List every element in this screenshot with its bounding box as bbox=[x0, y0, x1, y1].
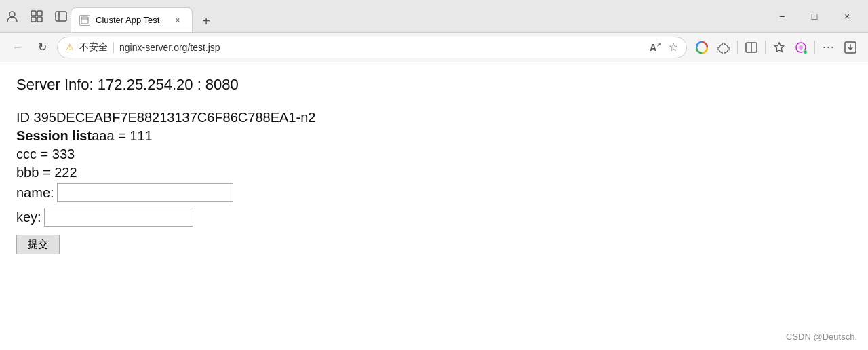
titlebar-window-controls: − □ × bbox=[766, 5, 863, 27]
watermark: CSDN @Deutsch. bbox=[786, 332, 857, 342]
copilot-icon[interactable] bbox=[791, 38, 810, 57]
session-id: ID 395DECEABF7E88213137C6F86C788EA1-n2 bbox=[16, 110, 852, 125]
security-text: 不安全 bbox=[79, 41, 108, 54]
titlebar-left bbox=[5, 9, 68, 23]
navbar: ← ↻ ⚠ 不安全 nginx-server.org/test.jsp A↗ ☆ bbox=[0, 33, 868, 62]
tab-favicon bbox=[79, 15, 90, 26]
session-list-value: aaa = 111 bbox=[92, 128, 153, 143]
tab-title: Cluster App Test bbox=[96, 15, 166, 25]
key-row: key: bbox=[16, 208, 852, 227]
nav-right-icons: ··· bbox=[692, 38, 860, 57]
nav-divider-1 bbox=[737, 41, 738, 54]
svg-rect-7 bbox=[81, 17, 88, 24]
downloads-button[interactable] bbox=[841, 38, 860, 57]
read-aloud-icon[interactable]: A↗ bbox=[650, 41, 662, 53]
more-options-button[interactable]: ··· bbox=[819, 38, 838, 57]
page-content: Server Info: 172.25.254.20 : 8080 ID 395… bbox=[0, 62, 868, 350]
nav-divider-3 bbox=[814, 41, 815, 54]
svg-rect-3 bbox=[31, 17, 36, 22]
name-input[interactable] bbox=[57, 183, 233, 202]
svg-rect-1 bbox=[31, 11, 36, 16]
svg-point-0 bbox=[9, 12, 15, 17]
key-input[interactable] bbox=[44, 208, 193, 227]
close-window-button[interactable]: × bbox=[831, 5, 863, 27]
sidebar-icon[interactable] bbox=[54, 9, 68, 23]
collections-icon[interactable] bbox=[30, 9, 43, 23]
split-screen-icon[interactable] bbox=[742, 38, 761, 57]
back-button[interactable]: ← bbox=[8, 38, 27, 57]
profile-icon[interactable] bbox=[5, 9, 19, 23]
favorites-icon[interactable]: ☆ bbox=[669, 41, 678, 54]
minimize-button[interactable]: − bbox=[766, 5, 797, 27]
session-list-line: Session listaaa = 111 bbox=[16, 128, 852, 144]
tab-area: Cluster App Test × + bbox=[71, 0, 764, 32]
security-warning-icon: ⚠ bbox=[66, 42, 74, 52]
session-list-label: Session list bbox=[16, 128, 92, 143]
copilot-active-indicator bbox=[803, 50, 808, 54]
new-tab-button[interactable]: + bbox=[195, 10, 217, 32]
refresh-button[interactable]: ↻ bbox=[33, 38, 52, 57]
address-bar[interactable]: ⚠ 不安全 nginx-server.org/test.jsp A↗ ☆ bbox=[57, 37, 687, 58]
ccc-line: ccc = 333 bbox=[16, 147, 852, 162]
extensions-icon[interactable] bbox=[714, 38, 733, 57]
key-label: key: bbox=[16, 210, 41, 225]
svg-rect-4 bbox=[37, 17, 42, 22]
address-text: nginx-server.org/test.jsp bbox=[119, 42, 644, 53]
active-tab[interactable]: Cluster App Test × bbox=[71, 7, 193, 32]
name-row: name: bbox=[16, 183, 852, 202]
titlebar: Cluster App Test × + − □ × bbox=[0, 0, 868, 33]
bbb-line: bbb = 222 bbox=[16, 165, 852, 180]
google-icon[interactable] bbox=[692, 38, 711, 57]
tab-close-button[interactable]: × bbox=[172, 14, 184, 26]
favorites-bar-icon[interactable] bbox=[770, 38, 789, 57]
server-info: Server Info: 172.25.254.20 : 8080 bbox=[16, 76, 852, 94]
svg-rect-5 bbox=[56, 12, 66, 21]
address-divider bbox=[113, 42, 114, 53]
submit-button[interactable]: 提交 bbox=[16, 235, 60, 254]
address-right-icons: A↗ ☆ bbox=[650, 41, 678, 54]
nav-divider-2 bbox=[765, 41, 766, 54]
ellipsis-icon: ··· bbox=[823, 40, 835, 54]
svg-rect-2 bbox=[37, 11, 42, 16]
maximize-button[interactable]: □ bbox=[799, 5, 830, 27]
name-label: name: bbox=[16, 185, 54, 201]
